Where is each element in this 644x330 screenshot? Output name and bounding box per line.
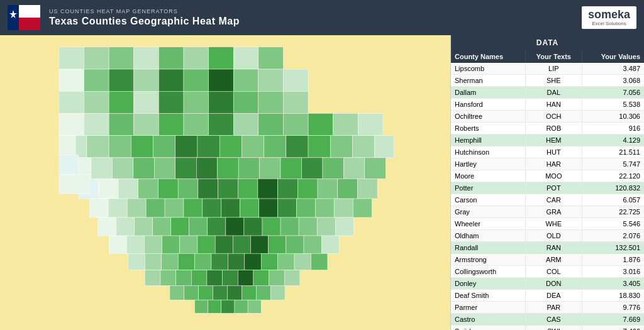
svg-rect-11 <box>233 47 258 69</box>
svg-rect-160 <box>242 285 256 300</box>
cell-county-value: 6.057 <box>582 194 644 206</box>
cell-county-code: HUT <box>525 146 582 158</box>
svg-rect-144 <box>311 253 327 270</box>
svg-rect-143 <box>294 253 311 270</box>
svg-rect-124 <box>180 236 197 253</box>
svg-rect-80 <box>158 179 178 199</box>
cell-county-value: 120.832 <box>582 182 644 194</box>
svg-rect-116 <box>280 217 299 236</box>
table-row: HansfordHAN5.538 <box>451 99 644 111</box>
svg-rect-10 <box>209 47 234 69</box>
svg-rect-16 <box>134 69 159 91</box>
svg-rect-52 <box>197 136 219 158</box>
cell-county-value: 132.501 <box>582 242 644 254</box>
svg-rect-90 <box>357 179 377 199</box>
table-row: DallamDAL7.056 <box>451 87 644 99</box>
svg-rect-148 <box>191 270 207 286</box>
svg-rect-145 <box>145 270 160 286</box>
svg-rect-24 <box>84 91 109 113</box>
table-row: OldhamOLD2.076 <box>451 230 644 242</box>
svg-rect-111 <box>189 217 208 236</box>
cell-county-code: OCH <box>525 111 582 123</box>
cell-county-name: Hutchinson <box>451 146 525 158</box>
svg-rect-42 <box>283 113 308 135</box>
cell-county-value: 3.068 <box>582 75 644 87</box>
svg-rect-9 <box>184 47 209 69</box>
cell-county-value: 1.876 <box>582 254 644 266</box>
svg-rect-59 <box>352 136 374 158</box>
cell-county-code: HAN <box>525 99 582 111</box>
svg-rect-131 <box>304 236 321 253</box>
svg-rect-78 <box>118 179 138 199</box>
cell-county-code: HEM <box>525 135 582 146</box>
cell-county-name: Deaf Smith <box>451 290 525 302</box>
svg-rect-58 <box>330 136 352 158</box>
svg-rect-133 <box>128 253 145 270</box>
svg-rect-103 <box>316 199 335 217</box>
svg-rect-96 <box>184 199 203 217</box>
table-row: CastroCAS7.669 <box>451 314 644 326</box>
header-subtitle: US Counties Heat Map Generators <box>49 8 582 14</box>
cell-county-name: Hemphill <box>451 135 525 146</box>
svg-rect-51 <box>175 136 197 158</box>
svg-rect-119 <box>335 217 353 236</box>
svg-rect-57 <box>308 136 330 158</box>
texas-flag <box>8 5 40 30</box>
svg-rect-156 <box>184 285 199 300</box>
svg-rect-154 <box>284 270 300 286</box>
svg-rect-104 <box>334 199 353 217</box>
header-text: US Counties Heat Map Generators Texas Co… <box>49 8 582 27</box>
cell-county-code: PAR <box>525 302 582 314</box>
svg-rect-169 <box>59 155 79 174</box>
cell-county-code: GRA <box>525 206 582 218</box>
header-title: Texas Counties Geographic Heat Map <box>49 16 582 27</box>
logo-brand: someka <box>588 9 630 21</box>
cell-county-value: 21.511 <box>582 146 644 158</box>
cell-county-name: Armstrong <box>451 254 525 266</box>
cell-county-name: Hansford <box>451 99 525 111</box>
cell-county-code: SWI <box>525 326 582 331</box>
svg-rect-118 <box>317 217 335 236</box>
svg-rect-89 <box>338 179 358 199</box>
svg-rect-68 <box>218 158 238 179</box>
svg-rect-77 <box>98 179 118 199</box>
svg-rect-122 <box>144 236 162 253</box>
cell-county-code: COL <box>525 266 582 278</box>
svg-rect-165 <box>221 300 235 313</box>
cell-county-value: 3.405 <box>582 278 644 290</box>
cell-county-code: DEA <box>525 290 582 302</box>
cell-county-code: DAL <box>525 87 582 99</box>
svg-rect-40 <box>233 113 258 135</box>
table-row: HutchinsonHUT21.511 <box>451 146 644 158</box>
svg-rect-19 <box>209 69 234 91</box>
svg-rect-14 <box>84 69 109 91</box>
svg-rect-22 <box>283 69 308 91</box>
svg-rect-163 <box>195 300 208 313</box>
cell-county-name: Randall <box>451 242 525 254</box>
cell-county-value: 7.466 <box>582 326 644 331</box>
svg-rect-37 <box>158 113 184 135</box>
svg-rect-65 <box>154 158 175 179</box>
table-row: HartleyHAR5.747 <box>451 158 644 170</box>
svg-rect-117 <box>299 217 317 236</box>
svg-rect-50 <box>153 136 175 158</box>
svg-rect-44 <box>333 113 358 135</box>
svg-rect-45 <box>358 113 383 135</box>
svg-rect-86 <box>278 179 298 199</box>
svg-rect-35 <box>109 113 134 135</box>
svg-rect-60 <box>375 136 394 158</box>
svg-rect-39 <box>209 113 234 135</box>
col-your-values: Your Values <box>582 50 644 63</box>
svg-rect-70 <box>260 158 280 179</box>
svg-rect-121 <box>126 236 144 253</box>
table-row: ShermanSHE3.068 <box>451 75 644 87</box>
svg-rect-71 <box>280 158 301 179</box>
col-county-names: County Names <box>451 50 525 63</box>
svg-rect-141 <box>261 253 277 270</box>
svg-rect-138 <box>211 253 228 270</box>
svg-rect-136 <box>178 253 194 270</box>
svg-rect-128 <box>250 236 268 253</box>
svg-rect-125 <box>197 236 215 253</box>
svg-rect-93 <box>127 199 146 217</box>
svg-rect-21 <box>258 69 284 91</box>
